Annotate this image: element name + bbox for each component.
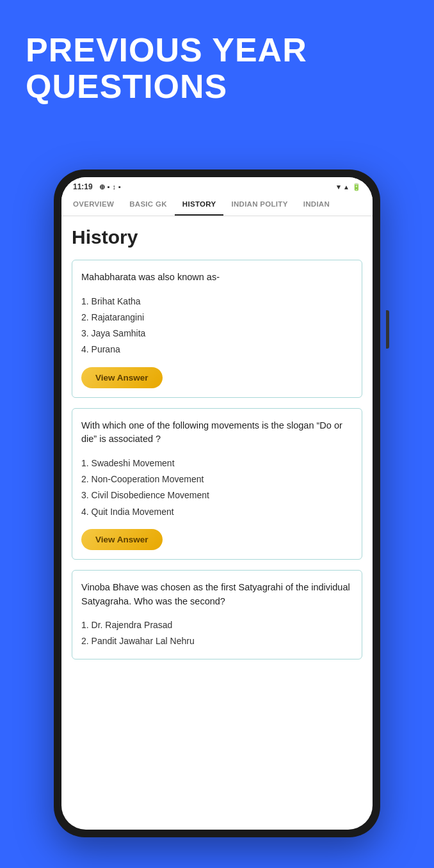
side-button — [386, 310, 389, 349]
q1-option-4: 4. Purana — [81, 342, 353, 358]
tab-basic-gk[interactable]: BASIC GK — [122, 194, 175, 216]
tab-indian-polity[interactable]: INDIAN POLITY — [223, 194, 295, 216]
question-1-text: Mahabharata was also known as- — [81, 271, 353, 285]
q1-option-3: 3. Jaya Samhita — [81, 326, 353, 342]
phantom-icon: ⊕ — [99, 183, 105, 191]
view-answer-btn-2[interactable]: View Answer — [81, 529, 163, 550]
tab-history[interactable]: HISTORY — [175, 194, 224, 216]
question-card-2: With which one of the following movement… — [72, 408, 362, 560]
square2-icon: ▪ — [118, 183, 121, 191]
q2-option-1: 1. Swadeshi Movement — [81, 455, 353, 471]
status-right: ▾ ▲ 🔋 — [337, 183, 361, 191]
page-title: History — [72, 226, 362, 248]
tab-indian[interactable]: INDIAN — [296, 194, 337, 216]
q3-option-1: 1. Dr. Rajendra Prasad — [81, 617, 353, 633]
q1-option-2: 2. Rajatarangini — [81, 310, 353, 326]
content-area: History Mahabharata was also known as- 1… — [61, 216, 373, 817]
question-2-text: With which one of the following movement… — [81, 419, 353, 447]
tabs-bar: OVERVIEW BASIC GK HISTORY INDIAN POLITY … — [61, 194, 373, 216]
q2-option-2: 2. Non-Cooperation Movement — [81, 471, 353, 487]
question-3-text: Vinoba Bhave was chosen as the first Sat… — [81, 581, 353, 609]
phone-frame: 11:19 ⊕ ▪ ↕ ▪ ▾ ▲ 🔋 OVERVIEW BASIC GK HI… — [54, 170, 380, 837]
signal-icon: ▲ — [343, 184, 350, 191]
question-card-3: Vinoba Bhave was chosen as the first Sat… — [72, 570, 362, 659]
hero-title: PREVIOUS YEAR QUESTIONS — [0, 0, 434, 124]
time-display: 11:19 — [73, 182, 93, 191]
tab-overview[interactable]: OVERVIEW — [65, 194, 122, 216]
question-card-1: Mahabharata was also known as- 1. Brihat… — [72, 260, 362, 398]
battery-icon: 🔋 — [352, 183, 361, 191]
square-icon: ▪ — [108, 183, 110, 191]
wifi-icon: ▾ — [337, 183, 341, 191]
q2-option-4: 4. Quit India Movement — [81, 504, 353, 520]
q2-option-3: 3. Civil Disobedience Movement — [81, 487, 353, 503]
q1-option-1: 1. Brihat Katha — [81, 294, 353, 310]
phone-screen: 11:19 ⊕ ▪ ↕ ▪ ▾ ▲ 🔋 OVERVIEW BASIC GK HI… — [61, 177, 373, 830]
view-answer-btn-1[interactable]: View Answer — [81, 367, 163, 388]
arrow-icon: ↕ — [113, 183, 117, 191]
phone-mockup: 11:19 ⊕ ▪ ↕ ▪ ▾ ▲ 🔋 OVERVIEW BASIC GK HI… — [51, 170, 383, 837]
status-bar: 11:19 ⊕ ▪ ↕ ▪ ▾ ▲ 🔋 — [61, 177, 373, 194]
q3-option-2: 2. Pandit Jawahar Lal Nehru — [81, 633, 353, 649]
status-left: 11:19 ⊕ ▪ ↕ ▪ — [73, 182, 121, 191]
